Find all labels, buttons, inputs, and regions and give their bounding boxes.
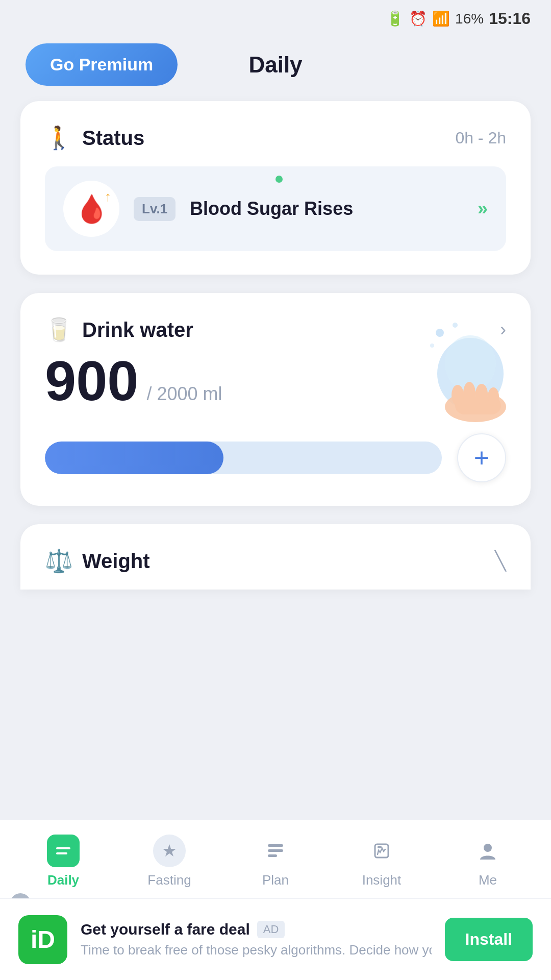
time-display: 15:16 xyxy=(489,9,531,28)
ad-description: Time to break free of those pesky algori… xyxy=(81,942,432,958)
battery-percent: 16% xyxy=(455,11,484,27)
svg-point-8 xyxy=(463,382,475,404)
weight-scale-icon: ⚖️ xyxy=(45,548,73,574)
water-drop-svg xyxy=(404,317,516,430)
cards-container: 🚶 Status 0h - 2h 🩸 ↑ Lv.1 Blood Sugar Ri… xyxy=(0,101,551,590)
svg-rect-16 xyxy=(268,854,277,857)
blood-sugar-label: Blood Sugar Rises xyxy=(190,198,463,219)
nav-item-daily[interactable]: Daily xyxy=(10,835,116,888)
svg-point-0 xyxy=(436,329,444,337)
blood-drop-icon: 🩸 xyxy=(74,193,109,225)
insight-icon xyxy=(365,835,398,867)
svg-rect-11 xyxy=(56,847,70,849)
drink-water-card: 🥛 Drink water › 900 / 2000 ml xyxy=(20,293,531,506)
page-title: Daily xyxy=(248,52,302,78)
svg-point-2 xyxy=(430,344,434,348)
svg-point-1 xyxy=(453,323,458,328)
battery-icon: 🔋 xyxy=(386,10,404,27)
nav-item-plan[interactable]: Plan xyxy=(222,835,329,888)
water-illustration xyxy=(404,317,516,432)
bottom-nav: Daily Fasting Plan xyxy=(0,820,551,898)
status-bar: 🔋 ⏰ 📶 16% 15:16 xyxy=(0,0,551,33)
collapse-icon[interactable]: ╲ xyxy=(495,550,506,572)
daily-label: Daily xyxy=(47,872,79,888)
ad-app-icon-text: iD xyxy=(31,925,55,953)
plan-label: Plan xyxy=(262,872,289,888)
install-button[interactable]: Install xyxy=(445,918,533,961)
drink-water-title: 🥛 Drink water xyxy=(45,316,193,343)
drink-current-amount: 900 xyxy=(45,348,139,413)
water-glass-icon: 🥛 xyxy=(45,316,73,343)
drink-amount-row: 900 / 2000 ml xyxy=(45,348,506,413)
weight-title: ⚖️ Weight xyxy=(45,548,150,574)
svg-rect-17 xyxy=(375,844,388,857)
svg-point-9 xyxy=(475,384,488,404)
drink-goal-amount: / 2000 ml xyxy=(147,383,222,405)
blood-up-arrow-icon: ↑ xyxy=(105,189,111,205)
add-water-button[interactable]: + xyxy=(457,433,506,482)
svg-marker-13 xyxy=(163,844,176,856)
svg-rect-12 xyxy=(56,852,67,854)
nav-item-me[interactable]: Me xyxy=(435,835,541,888)
ad-text: Get yourself a fare deal AD Time to brea… xyxy=(81,921,432,958)
status-item[interactable]: 🩸 ↑ Lv.1 Blood Sugar Rises » xyxy=(45,166,506,251)
daily-icon xyxy=(47,835,80,867)
water-progress-track xyxy=(45,442,442,474)
ad-title: Get yourself a fare deal xyxy=(81,921,250,938)
top-nav: Go Premium Daily xyxy=(0,33,551,101)
status-title: 🚶 Status xyxy=(45,125,144,151)
svg-point-7 xyxy=(452,385,464,405)
status-icons: 🔋 ⏰ 📶 16% 15:16 xyxy=(386,9,531,28)
fasting-icon xyxy=(153,835,186,867)
alarm-icon: ⏰ xyxy=(409,10,427,27)
weight-card: ⚖️ Weight ╲ xyxy=(20,524,531,590)
svg-rect-14 xyxy=(268,844,283,847)
ad-app-icon: iD xyxy=(18,915,67,964)
svg-rect-15 xyxy=(268,849,283,852)
ad-title-row: Get yourself a fare deal AD xyxy=(81,921,432,938)
ad-label-badge: AD xyxy=(257,921,285,938)
go-premium-button[interactable]: Go Premium xyxy=(26,43,178,86)
weight-header: ⚖️ Weight ╲ xyxy=(45,548,506,574)
svg-point-10 xyxy=(488,387,499,406)
svg-point-19 xyxy=(484,844,492,852)
wifi-icon: 📶 xyxy=(432,10,450,27)
status-card: 🚶 Status 0h - 2h 🩸 ↑ Lv.1 Blood Sugar Ri… xyxy=(20,101,531,275)
nav-item-fasting[interactable]: Fasting xyxy=(116,835,222,888)
fasting-label: Fasting xyxy=(147,872,191,888)
water-progress-fill xyxy=(45,442,223,474)
person-icon: 🚶 xyxy=(45,125,73,151)
insight-label: Insight xyxy=(362,872,402,888)
svg-rect-18 xyxy=(378,846,382,848)
chevron-double-icon: » xyxy=(478,198,488,219)
me-label: Me xyxy=(479,872,497,888)
status-card-header: 🚶 Status 0h - 2h xyxy=(45,125,506,151)
me-icon xyxy=(471,835,504,867)
plan-icon xyxy=(259,835,292,867)
status-dot xyxy=(276,176,283,183)
level-badge: Lv.1 xyxy=(134,197,176,221)
blood-icon-wrap: 🩸 ↑ xyxy=(63,181,119,237)
status-time-range: 0h - 2h xyxy=(455,129,506,148)
ad-banner: iD Get yourself a fare deal AD Time to b… xyxy=(0,898,551,980)
nav-item-insight[interactable]: Insight xyxy=(329,835,435,888)
progress-row: + xyxy=(45,433,506,482)
